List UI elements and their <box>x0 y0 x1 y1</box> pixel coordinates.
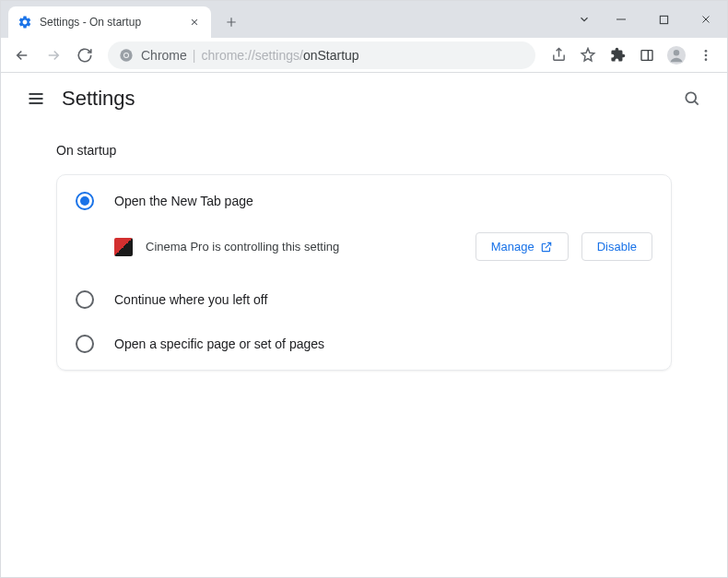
settings-header: Settings <box>1 73 727 124</box>
reload-button[interactable] <box>71 41 99 69</box>
radio-icon <box>76 290 94 309</box>
chevron-down-icon[interactable] <box>569 13 600 26</box>
extension-notice: Cinema Pro is controlling this setting M… <box>57 223 671 277</box>
close-icon[interactable] <box>187 15 202 29</box>
url-path-suffix: onStartup <box>303 48 359 63</box>
svg-point-9 <box>705 50 708 53</box>
radio-icon <box>76 335 94 353</box>
open-external-icon <box>540 241 553 254</box>
tab-bar: Settings - On startup <box>1 1 727 38</box>
extension-notice-text: Cinema Pro is controlling this setting <box>146 240 463 254</box>
radio-open-new-tab[interactable]: Open the New Tab page <box>57 179 671 223</box>
extensions-icon[interactable] <box>604 41 631 69</box>
maximize-button[interactable] <box>642 1 685 38</box>
toolbar: Chrome | chrome://settings/onStartup <box>1 38 727 73</box>
svg-rect-0 <box>616 19 626 20</box>
svg-point-15 <box>686 92 696 102</box>
tab-settings[interactable]: Settings - On startup <box>8 6 211 38</box>
manage-button[interactable]: Manage <box>476 232 569 261</box>
svg-point-8 <box>674 50 679 55</box>
startup-card: Open the New Tab page Cinema Pro is cont… <box>56 174 672 371</box>
svg-rect-1 <box>660 16 667 23</box>
new-tab-button[interactable] <box>218 9 244 35</box>
extension-app-icon <box>114 238 133 256</box>
hamburger-menu-icon[interactable] <box>18 80 54 117</box>
share-icon[interactable] <box>545 41 572 69</box>
svg-point-4 <box>124 53 128 57</box>
menu-icon[interactable] <box>692 41 720 69</box>
window-controls <box>569 1 727 38</box>
svg-line-16 <box>695 101 699 105</box>
svg-point-10 <box>705 53 708 56</box>
close-button[interactable] <box>685 1 727 38</box>
radio-label: Open the New Tab page <box>114 194 253 208</box>
manage-label: Manage <box>491 240 534 254</box>
tab-title: Settings - On startup <box>40 16 180 29</box>
disable-label: Disable <box>597 240 637 254</box>
svg-point-11 <box>705 58 708 61</box>
bookmark-icon[interactable] <box>574 41 602 69</box>
content-area: On startup Open the New Tab page Cinema … <box>1 124 727 577</box>
gear-icon <box>18 15 32 29</box>
radio-label: Open a specific page or set of pages <box>114 336 324 351</box>
disable-button[interactable]: Disable <box>581 232 652 261</box>
address-bar[interactable]: Chrome | chrome://settings/onStartup <box>108 41 535 69</box>
page-title: Settings <box>62 87 135 111</box>
back-button[interactable] <box>8 41 36 69</box>
forward-button[interactable] <box>40 41 67 69</box>
radio-label: Continue where you left off <box>114 292 267 307</box>
sidepanel-icon[interactable] <box>633 41 661 69</box>
radio-open-specific-page[interactable]: Open a specific page or set of pages <box>57 322 671 366</box>
radio-icon <box>76 192 94 210</box>
url-host: Chrome <box>141 48 187 63</box>
svg-rect-5 <box>641 50 652 60</box>
profile-icon[interactable] <box>663 41 690 69</box>
browser-window: Settings - On startup <box>0 0 728 578</box>
radio-continue-where-left-off[interactable]: Continue where you left off <box>57 277 671 322</box>
search-icon[interactable] <box>674 80 710 117</box>
section-title: On startup <box>56 143 672 158</box>
chrome-icon <box>119 48 134 63</box>
url-path-prefix: chrome://settings/ <box>201 48 303 63</box>
address-text: Chrome | chrome://settings/onStartup <box>141 48 359 63</box>
minimize-button[interactable] <box>600 1 642 38</box>
